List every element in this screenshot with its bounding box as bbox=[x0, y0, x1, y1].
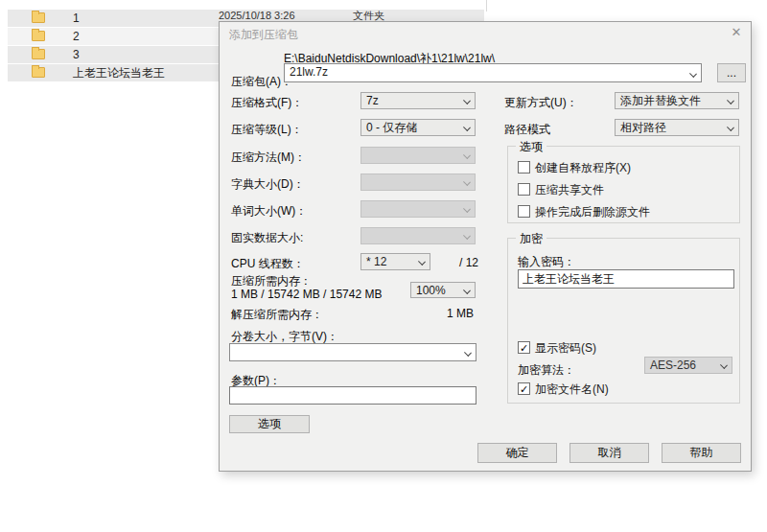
create-sfx-checkbox-row[interactable]: 创建自释放程序(X) bbox=[518, 161, 729, 174]
chevron-down-icon bbox=[418, 258, 426, 266]
folder-icon bbox=[32, 12, 45, 23]
level-value: 0 - 仅存储 bbox=[366, 121, 417, 134]
folder-icon bbox=[32, 31, 45, 41]
memory-percent-combobox[interactable]: 100% bbox=[410, 282, 476, 298]
memory-compress-detail: 1 MB / 15742 MB / 15742 MB bbox=[231, 288, 382, 301]
chevron-down-icon bbox=[464, 349, 472, 357]
create-sfx-label: 创建自释放程序(X) bbox=[535, 161, 631, 174]
archive-name-combobox[interactable]: 21lw.7z bbox=[284, 63, 702, 82]
level-label: 压缩等级(L)： bbox=[231, 122, 303, 138]
options-group-title: 选项 bbox=[516, 139, 546, 155]
method-combobox bbox=[360, 147, 476, 164]
cpu-threads-label: CPU 线程数： bbox=[231, 256, 305, 272]
chevron-down-icon bbox=[463, 151, 471, 159]
chevron-down-icon bbox=[463, 205, 471, 213]
encrypt-names-label: 加密文件名(N) bbox=[535, 382, 609, 396]
update-mode-combobox[interactable]: 添加并替换文件 bbox=[615, 92, 739, 109]
close-icon[interactable]: ✕ bbox=[728, 25, 745, 40]
dictionary-label: 字典大小(D)： bbox=[231, 176, 305, 193]
dialog-title: 添加到压缩包 bbox=[229, 27, 298, 43]
file-name: 3 bbox=[73, 48, 80, 61]
cpu-threads-value: * 12 bbox=[366, 255, 386, 268]
folder-icon bbox=[32, 49, 45, 59]
chevron-down-icon bbox=[727, 124, 734, 131]
delete-after-checkbox-row[interactable]: 操作完成后删除源文件 bbox=[518, 205, 729, 219]
file-name: 上老王论坛当老王 bbox=[73, 66, 165, 80]
word-size-combobox bbox=[360, 200, 476, 218]
volume-size-combobox[interactable] bbox=[229, 343, 476, 361]
checkbox-icon[interactable] bbox=[518, 205, 530, 218]
show-password-checkbox-row[interactable]: 显示密码(S) bbox=[518, 341, 709, 355]
checkbox-icon[interactable] bbox=[518, 161, 530, 173]
column-divider bbox=[486, 0, 487, 12]
chevron-down-icon bbox=[463, 287, 471, 294]
encryption-group: 加密 输入密码： 显示密码(S) 加密算法： AES-256 加密文件名(N) bbox=[507, 238, 740, 404]
format-label: 压缩格式(F)： bbox=[231, 95, 303, 111]
parameters-input[interactable] bbox=[229, 386, 476, 405]
memory-decompress-label: 解压缩所需内存： bbox=[231, 307, 323, 323]
word-size-label: 单词大小(W)： bbox=[231, 203, 307, 220]
path-mode-combobox[interactable]: 相对路径 bbox=[615, 119, 739, 136]
password-label: 输入密码： bbox=[518, 254, 575, 270]
password-input[interactable] bbox=[518, 269, 734, 289]
path-mode-value: 相对路径 bbox=[620, 121, 666, 134]
chevron-down-icon bbox=[463, 178, 471, 186]
memory-percent-value: 100% bbox=[416, 284, 446, 297]
encryption-method-combobox[interactable]: AES-256 bbox=[644, 357, 732, 374]
encryption-method-value: AES-256 bbox=[650, 359, 696, 372]
shared-files-label: 压缩共享文件 bbox=[535, 183, 604, 197]
options-button[interactable]: 选项 bbox=[229, 415, 310, 433]
chevron-down-icon bbox=[727, 97, 734, 104]
options-group: 选项 创建自释放程序(X) 压缩共享文件 操作完成后删除源文件 bbox=[507, 146, 740, 223]
format-combobox[interactable]: 7z bbox=[360, 92, 476, 109]
dialog-titlebar[interactable]: 添加到压缩包 ✕ bbox=[220, 22, 751, 43]
checkbox-icon[interactable] bbox=[518, 183, 530, 196]
encryption-method-label: 加密算法： bbox=[518, 362, 575, 379]
chevron-down-icon bbox=[463, 97, 471, 104]
format-value: 7z bbox=[366, 94, 379, 107]
update-mode-value: 添加并替换文件 bbox=[620, 94, 701, 107]
solid-block-combobox bbox=[360, 227, 476, 244]
cpu-threads-max: / 12 bbox=[459, 256, 478, 269]
path-mode-label: 路径模式 bbox=[504, 122, 550, 138]
level-combobox[interactable]: 0 - 仅存储 bbox=[360, 119, 476, 136]
shared-files-checkbox-row[interactable]: 压缩共享文件 bbox=[518, 183, 729, 197]
checkbox-icon[interactable] bbox=[518, 382, 530, 395]
delete-after-label: 操作完成后删除源文件 bbox=[535, 205, 650, 219]
checkbox-icon[interactable] bbox=[518, 341, 530, 354]
archive-name-value: 21lw.7z bbox=[290, 65, 328, 79]
folder-icon bbox=[32, 67, 45, 78]
cpu-threads-combobox[interactable]: * 12 bbox=[360, 253, 430, 270]
file-name: 1 bbox=[73, 12, 80, 25]
chevron-down-icon bbox=[720, 361, 728, 369]
show-password-label: 显示密码(S) bbox=[535, 341, 596, 355]
chevron-down-icon bbox=[463, 124, 471, 131]
add-to-archive-dialog: 添加到压缩包 ✕ 压缩包(A)： E:\BaiduNetdiskDownload… bbox=[219, 21, 752, 472]
chevron-down-icon bbox=[689, 70, 697, 78]
solid-block-label: 固实数据大小: bbox=[231, 230, 303, 246]
method-label: 压缩方法(M)： bbox=[231, 150, 306, 166]
ok-button[interactable]: 确定 bbox=[477, 443, 557, 463]
memory-decompress-value: 1 MB bbox=[447, 307, 474, 320]
file-name: 2 bbox=[73, 30, 80, 43]
chevron-down-icon bbox=[463, 232, 471, 240]
cancel-button[interactable]: 取消 bbox=[569, 443, 649, 463]
dictionary-combobox bbox=[360, 173, 476, 191]
encryption-group-title: 加密 bbox=[516, 231, 546, 247]
help-button[interactable]: 帮助 bbox=[662, 443, 741, 463]
update-mode-label: 更新方式(U)： bbox=[504, 95, 578, 111]
browse-button[interactable]: ... bbox=[717, 63, 746, 82]
encrypt-names-checkbox-row[interactable]: 加密文件名(N) bbox=[518, 382, 709, 396]
